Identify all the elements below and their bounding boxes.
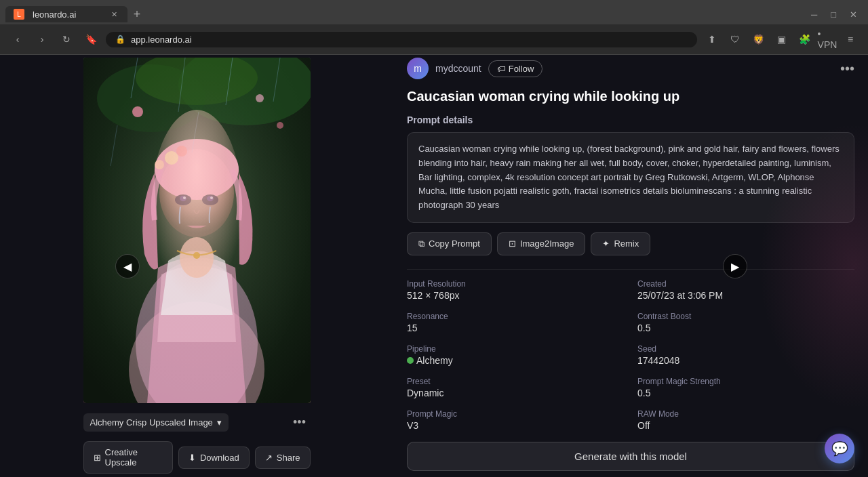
svg-point-12	[165, 151, 178, 165]
share-icon: ↗	[265, 453, 273, 463]
prompt-details-label: Prompt details	[407, 115, 854, 125]
copy-prompt-button[interactable]: ⧉ Copy Prompt	[407, 232, 492, 255]
pipeline-label: Pipeline	[407, 344, 624, 354]
seed-item: Seed 17442048	[637, 344, 854, 366]
image-title: Caucasian woman crying while looking up	[407, 87, 854, 105]
lock-icon: 🔒	[115, 35, 125, 44]
image2image-label: Image2Image	[520, 239, 574, 249]
chevron-down-icon: ▾	[217, 417, 222, 428]
image2image-button[interactable]: ⊡ Image2Image	[497, 232, 586, 255]
tab-close-button[interactable]: ✕	[108, 9, 119, 20]
sidebar-toggle-button[interactable]: ▣	[772, 30, 791, 49]
more-options-button[interactable]: •••	[840, 61, 854, 77]
svg-point-10	[159, 149, 234, 237]
bookmark-icon: 🏷	[497, 64, 506, 74]
username-label: mydccount	[435, 63, 481, 74]
svg-point-19	[183, 196, 186, 199]
download-label: Download	[200, 453, 239, 463]
svg-point-16	[202, 194, 218, 205]
tab-favicon: L	[14, 9, 24, 20]
contrast-boost-label: Contrast Boost	[637, 312, 854, 321]
divider	[407, 269, 854, 270]
preset-label: Preset	[407, 377, 624, 386]
tab-title: leonardo.ai	[33, 9, 76, 20]
details-panel: m mydccount 🏷 Follow ••• Caucasian woman…	[393, 55, 868, 477]
share-page-button[interactable]: ⬆	[703, 30, 722, 49]
close-window-button[interactable]: ✕	[850, 9, 857, 20]
svg-point-11	[155, 139, 239, 200]
creative-upscale-button[interactable]: ⊞ Creative Upscale	[83, 441, 173, 474]
back-button[interactable]: ‹	[8, 30, 27, 49]
svg-point-21	[193, 252, 200, 259]
previous-image-button[interactable]: ◀	[115, 254, 140, 278]
upscale-icon: ⊞	[94, 453, 101, 463]
user-row: m mydccount 🏷 Follow •••	[407, 55, 854, 79]
forward-button[interactable]: ›	[33, 30, 52, 49]
prompt-text: Caucasian woman crying while looking up,…	[418, 144, 840, 210]
metadata-grid: Input Resolution 512 × 768px Created 25/…	[407, 279, 854, 431]
input-resolution-item: Input Resolution 512 × 768px	[407, 279, 624, 301]
prompt-magic-item: Prompt Magic V3	[407, 409, 624, 431]
active-tab[interactable]: L leonardo.ai ✕	[5, 6, 127, 22]
next-image-button[interactable]: ▶	[723, 254, 747, 278]
svg-point-14	[155, 160, 164, 169]
new-tab-button[interactable]: +	[127, 5, 146, 24]
input-resolution-value: 512 × 768px	[407, 290, 624, 301]
remix-button[interactable]: ✦ Remix	[591, 232, 650, 255]
remix-label: Remix	[614, 239, 639, 249]
navigation-bar: ‹ › ↻ 🔖 🔒 app.leonardo.ai ⬆ 🛡 🦁 ▣ 🧩 • VP…	[0, 24, 868, 54]
generated-image	[83, 58, 311, 403]
extensions-button[interactable]: 🧩	[795, 30, 814, 49]
svg-point-15	[175, 194, 191, 205]
prompt-magic-value: V3	[407, 420, 624, 431]
more-options-button[interactable]: •••	[289, 411, 311, 433]
vpn-label: • VPN	[818, 28, 837, 50]
svg-point-17	[180, 196, 186, 201]
prompt-magic-strength-item: Prompt Magic Strength 0.5	[637, 377, 854, 398]
bookmark-button[interactable]: 🔖	[81, 30, 100, 49]
image-section: Alchemy Crisp Upscaled Image ▾ ••• ⊞ Cre…	[0, 55, 393, 477]
vpn-button[interactable]: • VPN	[818, 30, 837, 49]
remix-icon: ✦	[602, 239, 610, 249]
preset-selector[interactable]: Alchemy Crisp Upscaled Image ▾	[83, 413, 229, 432]
minimize-button[interactable]: ─	[811, 9, 817, 20]
main-content: ◀ ▶	[0, 55, 868, 477]
prompt-action-buttons: ⧉ Copy Prompt ⊡ Image2Image ✦ Remix	[407, 232, 854, 255]
svg-rect-28	[83, 58, 311, 403]
alchemy-status-dot	[407, 357, 414, 364]
creative-upscale-label: Creative Upscale	[105, 447, 163, 468]
generate-btn-label: Generate with this model	[574, 451, 687, 462]
prompt-magic-label: Prompt Magic	[407, 409, 624, 419]
tab-bar: L leonardo.ai ✕ + ─ □ ✕	[0, 0, 868, 24]
generate-with-model-button[interactable]: Generate with this model	[407, 442, 854, 471]
svg-point-20	[210, 196, 213, 199]
follow-button[interactable]: 🏷 Follow	[488, 60, 543, 77]
address-bar[interactable]: 🔒 app.leonardo.ai	[106, 32, 697, 47]
svg-point-13	[176, 146, 187, 157]
pipeline-item: Pipeline Alchemy	[407, 344, 624, 366]
raw-mode-item: RAW Mode Off	[637, 409, 854, 431]
download-button[interactable]: ⬇ Download	[178, 447, 250, 469]
avatar: m	[407, 58, 429, 79]
contrast-boost-value: 0.5	[637, 323, 854, 333]
svg-line-27	[192, 112, 199, 152]
svg-point-9	[180, 237, 214, 278]
resonance-value: 15	[407, 323, 624, 333]
seed-label: Seed	[637, 344, 854, 354]
copy-icon: ⧉	[418, 239, 425, 249]
shield-icon: 🛡	[726, 30, 745, 49]
created-item: Created 25/07/23 at 3:06 PM	[637, 279, 854, 301]
svg-point-18	[207, 196, 214, 201]
contrast-boost-item: Contrast Boost 0.5	[637, 312, 854, 333]
created-value: 25/07/23 at 3:06 PM	[637, 290, 854, 301]
refresh-button[interactable]: ↻	[57, 30, 76, 49]
maximize-button[interactable]: □	[831, 9, 836, 20]
menu-button[interactable]: ≡	[841, 30, 860, 49]
preset-value: Dynamic	[407, 388, 624, 398]
raw-mode-value: Off	[637, 420, 854, 431]
chat-support-button[interactable]: 💬	[825, 434, 854, 463]
prompt-text-box: Caucasian woman crying while looking up,…	[407, 132, 854, 223]
image-action-buttons: ⊞ Creative Upscale ⬇ Download ↗ Share	[83, 438, 311, 476]
share-button[interactable]: ↗ Share	[255, 447, 311, 469]
resonance-item: Resonance 15	[407, 312, 624, 333]
